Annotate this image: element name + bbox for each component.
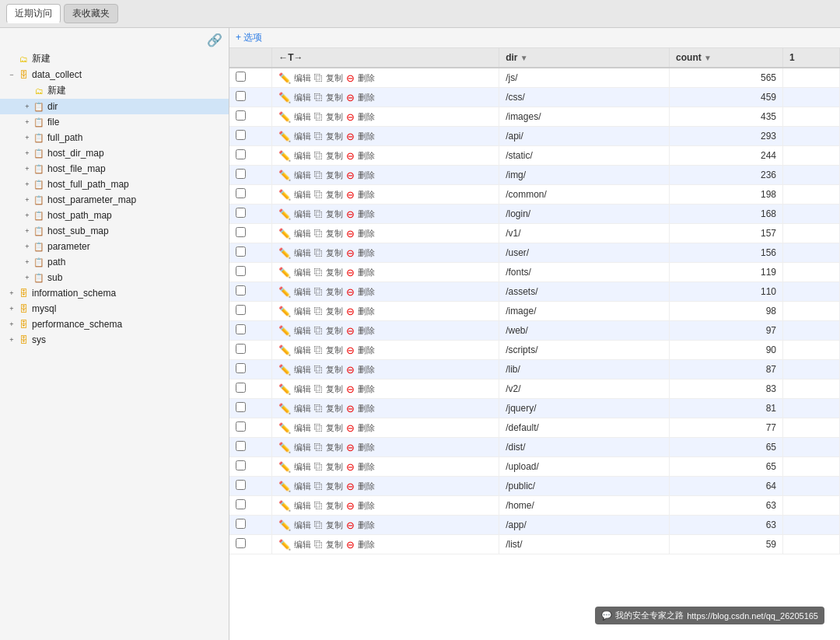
copy-icon[interactable]: ⿻ (314, 93, 323, 102)
delete-icon[interactable]: ⊖ (346, 306, 355, 317)
copy-icon[interactable]: ⿻ (314, 442, 323, 452)
row-checkbox[interactable] (236, 363, 246, 373)
copy-label[interactable]: 复制 (326, 325, 343, 337)
sidebar-item-new2[interactable]: 🗂新建 (0, 82, 229, 99)
delete-icon[interactable]: ⊖ (346, 286, 355, 298)
copy-icon[interactable]: ⿻ (314, 540, 323, 549)
edit-label[interactable]: 编辑 (294, 325, 311, 337)
delete-label[interactable]: 删除 (358, 461, 375, 473)
edit-icon[interactable]: ✏️ (278, 72, 291, 84)
tab-favorites[interactable]: 表收藏夹 (64, 4, 118, 23)
edit-icon[interactable]: ✏️ (278, 111, 291, 123)
delete-label[interactable]: 删除 (358, 247, 375, 259)
delete-icon[interactable]: ⊖ (346, 461, 355, 473)
edit-icon[interactable]: ✏️ (278, 325, 291, 337)
delete-icon[interactable]: ⊖ (346, 500, 355, 512)
edit-label[interactable]: 编辑 (294, 150, 311, 162)
sidebar-item-full_path[interactable]: +📋full_path (0, 130, 229, 145)
delete-icon[interactable]: ⊖ (346, 170, 355, 181)
edit-icon[interactable]: ✏️ (278, 442, 291, 453)
edit-label[interactable]: 编辑 (294, 189, 311, 201)
edit-label[interactable]: 编辑 (294, 442, 311, 453)
delete-label[interactable]: 删除 (358, 228, 375, 240)
copy-icon[interactable]: ⿻ (314, 326, 323, 335)
delete-icon[interactable]: ⊖ (346, 228, 355, 240)
edit-label[interactable]: 编辑 (294, 344, 311, 356)
copy-label[interactable]: 复制 (326, 403, 343, 414)
edit-label[interactable]: 编辑 (294, 519, 311, 531)
delete-icon[interactable]: ⊖ (346, 364, 355, 376)
delete-label[interactable]: 删除 (358, 481, 375, 492)
copy-icon[interactable]: ⿻ (314, 481, 323, 491)
edit-icon[interactable]: ✏️ (278, 286, 291, 298)
copy-icon[interactable]: ⿻ (314, 112, 323, 121)
sidebar-item-sys[interactable]: +🗄sys (0, 332, 229, 348)
copy-icon[interactable]: ⿻ (314, 365, 323, 374)
row-checkbox[interactable] (236, 480, 246, 490)
copy-icon[interactable]: ⿻ (314, 151, 323, 160)
copy-icon[interactable]: ⿻ (314, 462, 323, 471)
row-checkbox[interactable] (236, 421, 246, 432)
edit-icon[interactable]: ✏️ (278, 306, 291, 317)
copy-label[interactable]: 复制 (326, 267, 343, 278)
edit-icon[interactable]: ✏️ (278, 539, 291, 551)
copy-icon[interactable]: ⿻ (314, 170, 323, 180)
tree-toggle[interactable]: + (22, 163, 33, 174)
delete-label[interactable]: 删除 (358, 519, 375, 531)
copy-icon[interactable]: ⿻ (314, 209, 323, 219)
row-checkbox[interactable] (236, 441, 246, 451)
copy-icon[interactable]: ⿻ (314, 306, 323, 316)
tree-toggle[interactable]: + (6, 334, 17, 345)
row-checkbox[interactable] (236, 324, 246, 334)
edit-icon[interactable]: ✏️ (278, 364, 291, 376)
sidebar-item-host_file_map[interactable]: +📋host_file_map (0, 161, 229, 177)
tree-toggle[interactable]: − (6, 69, 17, 80)
tree-toggle[interactable]: + (22, 179, 33, 190)
copy-icon[interactable]: ⿻ (314, 287, 323, 296)
edit-icon[interactable]: ✏️ (278, 228, 291, 240)
tree-toggle[interactable]: + (6, 303, 17, 314)
copy-icon[interactable]: ⿻ (314, 248, 323, 257)
delete-label[interactable]: 删除 (358, 131, 375, 142)
row-checkbox[interactable] (236, 247, 246, 257)
copy-label[interactable]: 复制 (326, 72, 343, 84)
delete-icon[interactable]: ⊖ (346, 383, 355, 395)
delete-label[interactable]: 删除 (358, 170, 375, 181)
copy-label[interactable]: 复制 (326, 422, 343, 434)
copy-icon[interactable]: ⿻ (314, 384, 323, 393)
edit-label[interactable]: 编辑 (294, 383, 311, 395)
copy-label[interactable]: 复制 (326, 111, 343, 123)
edit-label[interactable]: 编辑 (294, 208, 311, 220)
tree-toggle[interactable]: + (22, 241, 33, 252)
delete-icon[interactable]: ⊖ (346, 325, 355, 337)
edit-label[interactable]: 编辑 (294, 228, 311, 240)
delete-icon[interactable]: ⊖ (346, 344, 355, 356)
col-count-header[interactable]: count ▼ (670, 48, 783, 68)
copy-label[interactable]: 复制 (326, 383, 343, 395)
edit-label[interactable]: 编辑 (294, 170, 311, 181)
table-wrapper[interactable]: ←T→ dir ▼ count ▼ 1 (229, 48, 840, 640)
delete-label[interactable]: 删除 (358, 539, 375, 551)
sidebar-item-parameter[interactable]: +📋parameter (0, 239, 229, 254)
col-num-header[interactable]: 1 (783, 48, 840, 68)
delete-icon[interactable]: ⊖ (346, 539, 355, 551)
sidebar-item-host_dir_map[interactable]: +📋host_dir_map (0, 145, 229, 161)
tree-toggle[interactable]: + (22, 194, 33, 205)
sidebar-item-host_parameter_map[interactable]: +📋host_parameter_map (0, 192, 229, 208)
row-checkbox[interactable] (236, 383, 246, 393)
row-checkbox[interactable] (236, 110, 246, 121)
tree-toggle[interactable]: + (22, 226, 33, 236)
row-checkbox[interactable] (236, 208, 246, 218)
delete-icon[interactable]: ⊖ (346, 422, 355, 434)
row-checkbox[interactable] (236, 460, 246, 470)
copy-label[interactable]: 复制 (326, 150, 343, 162)
copy-label[interactable]: 复制 (326, 481, 343, 492)
row-checkbox[interactable] (236, 72, 246, 82)
delete-label[interactable]: 删除 (358, 150, 375, 162)
row-checkbox[interactable] (236, 305, 246, 315)
copy-label[interactable]: 复制 (326, 344, 343, 356)
tree-toggle[interactable]: + (22, 148, 33, 159)
delete-label[interactable]: 删除 (358, 208, 375, 220)
edit-label[interactable]: 编辑 (294, 111, 311, 123)
delete-label[interactable]: 删除 (358, 92, 375, 103)
